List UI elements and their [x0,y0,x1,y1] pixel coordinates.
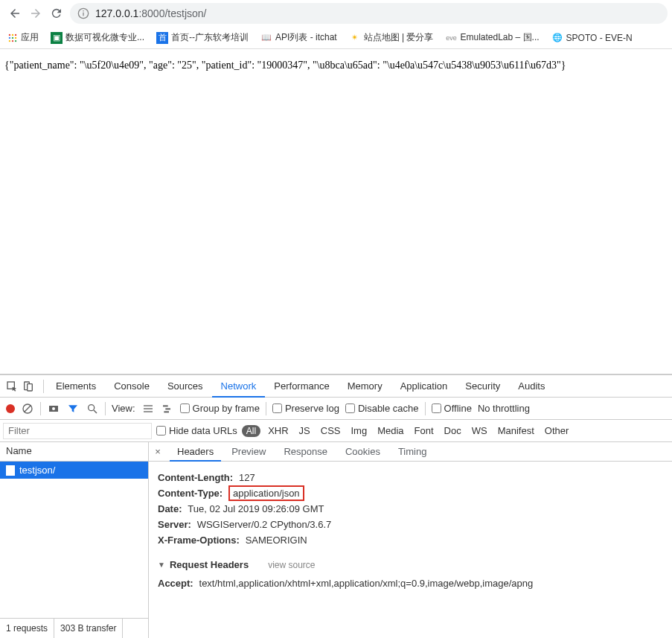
document-icon [6,465,15,476]
svg-point-3 [9,34,10,35]
bookmark-item[interactable]: 首首页--广东软考培训 [153,30,252,45]
url-host: 127.0.0.1 [95,7,138,19]
forward-button[interactable] [25,3,46,24]
header-line: X-Frame-Options: SAMEORIGIN [158,535,663,546]
network-request-item[interactable]: testjson/ [0,462,148,479]
group-by-frame-checkbox[interactable]: Group by frame [180,403,260,414]
filter-type[interactable]: JS [296,425,313,436]
bookmark-item[interactable]: 📖API列表 - itchat [257,30,340,45]
header-line: Date: Tue, 02 Jul 2019 09:26:09 GMT [158,503,663,514]
bookmark-item[interactable]: ▣数据可视化微专业... [48,30,147,45]
page-content: {"patient_name": "\u5f20\u4e09", "age": … [0,49,672,374]
reload-button[interactable] [46,3,67,24]
svg-point-19 [89,404,95,410]
svg-point-5 [15,34,16,35]
bookmark-item[interactable]: eveEmulatedLab – 国... [443,30,543,45]
svg-rect-26 [164,411,169,412]
svg-point-6 [9,36,10,38]
header-line: Accept: text/html,application/xhtml+xml,… [158,578,663,589]
netlist-footer: 1 requests 303 B transfer [0,618,148,638]
filter-type[interactable]: Manifest [495,425,537,436]
apps-button[interactable]: 应用 [4,30,42,45]
filter-all-button[interactable]: All [242,425,260,437]
throttling-select[interactable]: No throttling [478,403,530,414]
header-line: Server: WSGIServer/0.2 CPython/3.6.7 [158,519,663,530]
list-view-button[interactable] [141,402,155,415]
filter-type[interactable]: Doc [441,425,464,436]
network-filter-bar: Hide data URLs All XHR JS CSS Img Media … [0,420,672,442]
svg-rect-25 [165,408,170,409]
record-button[interactable] [6,404,15,413]
view-label: View: [112,403,135,414]
close-detail-button[interactable]: × [149,446,167,457]
tab-console[interactable]: Console [105,375,159,398]
netlist-header[interactable]: Name [0,442,148,462]
network-toolbar: View: Group by frame Preserve log Disabl… [0,398,672,420]
browser-toolbar: 127.0.0.1:8000/testjson/ [0,0,672,27]
disable-cache-checkbox[interactable]: Disable cache [345,403,419,414]
detail-tab-response[interactable]: Response [276,442,335,462]
svg-line-20 [94,410,97,413]
favicon-icon: ▣ [51,32,63,44]
svg-rect-1 [83,13,83,16]
detail-tab-timing[interactable]: Timing [391,442,435,462]
bookmarks-bar: 应用 ▣数据可视化微专业... 首首页--广东软考培训 📖API列表 - itc… [0,27,672,49]
filter-type[interactable]: Font [412,425,437,436]
devtools-body: Name testjson/ 1 requests 303 B transfer… [0,442,672,638]
url-port: :8000 [138,7,164,19]
filter-type[interactable]: Other [542,425,572,436]
tab-memory[interactable]: Memory [339,375,391,398]
inspect-icon [6,380,18,392]
tab-network[interactable]: Network [212,375,266,398]
preserve-log-checkbox[interactable]: Preserve log [272,403,339,414]
filter-input[interactable] [3,423,152,439]
svg-point-7 [12,36,13,38]
hide-data-urls-checkbox[interactable]: Hide data URLs [156,425,237,436]
svg-rect-14 [28,383,33,390]
request-detail-panel: × Headers Preview Response Cookies Timin… [149,442,672,638]
svg-point-10 [12,39,13,41]
clear-button[interactable] [21,402,34,415]
detail-tab-bar: × Headers Preview Response Cookies Timin… [149,442,672,462]
transfer-size: 303 B transfer [54,619,123,638]
bookmark-item[interactable]: ✴站点地图 | 爱分享 [346,30,437,45]
tab-sources[interactable]: Sources [159,375,212,398]
requests-count: 1 requests [0,619,54,638]
headers-body: Content-Length: 127 Content-Type: applic… [149,462,672,638]
detail-tab-headers[interactable]: Headers [170,442,221,462]
tab-application[interactable]: Application [391,375,457,398]
filter-type[interactable]: WS [469,425,490,436]
address-bar[interactable]: 127.0.0.1:8000/testjson/ [70,3,668,24]
detail-tab-cookies[interactable]: Cookies [338,442,388,462]
filter-type[interactable]: CSS [318,425,344,436]
search-button[interactable] [86,402,99,415]
tab-security[interactable]: Security [456,375,509,398]
tab-elements[interactable]: Elements [47,375,105,398]
url-path: /testjson/ [164,7,206,19]
filter-type[interactable]: XHR [265,425,291,436]
filter-type[interactable]: Media [374,425,406,436]
svg-point-11 [15,39,16,41]
favicon-icon: 🌐 [551,32,563,44]
reload-icon [50,7,63,20]
filter-toggle[interactable] [66,402,80,415]
network-request-list: Name testjson/ 1 requests 303 B transfer [0,442,149,638]
filter-type[interactable]: Img [348,425,370,436]
view-source-link[interactable]: view source [268,560,315,570]
back-button[interactable] [4,3,25,24]
tab-audits[interactable]: Audits [509,375,554,398]
device-icon [22,380,34,392]
favicon-icon: eve [446,32,458,44]
bookmark-item[interactable]: 🌐SPOTO - EVE-N [548,31,636,45]
devtools-dock-controls[interactable] [0,380,40,392]
devtools-panel: Elements Console Sources Network Perform… [0,374,672,638]
svg-point-18 [52,407,55,410]
offline-checkbox[interactable]: Offline [432,403,472,414]
svg-rect-2 [83,10,83,11]
tab-performance[interactable]: Performance [265,375,338,398]
svg-point-9 [9,39,10,41]
request-headers-section[interactable]: ▼ Request Headers view source [158,559,315,570]
detail-tab-preview[interactable]: Preview [224,442,273,462]
waterfall-view-button[interactable] [161,402,174,415]
capture-button[interactable] [47,402,60,415]
